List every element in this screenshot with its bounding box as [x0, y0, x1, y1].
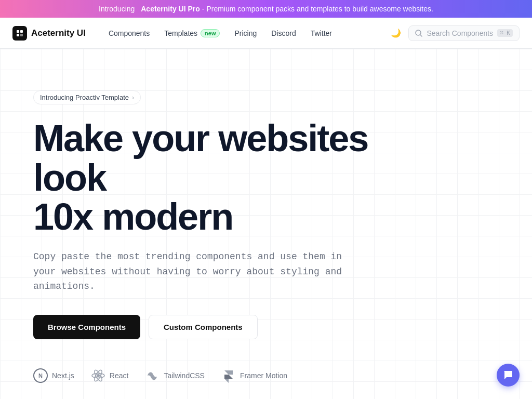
pill-text: Introducing Proactiv Template	[40, 94, 129, 101]
nextjs-label: Next.js	[52, 371, 74, 380]
svg-rect-2	[17, 34, 19, 36]
tailwind-label: TailwindCSS	[164, 371, 205, 380]
introducing-pill[interactable]: Introducing Proactiv Template ›	[33, 90, 141, 104]
framer-label: Framer Motion	[240, 371, 287, 380]
search-kbd: ⌘ K	[497, 29, 513, 37]
hero-title: Make your websites look 10x modern	[33, 119, 414, 237]
tech-nextjs: N Next.js	[33, 368, 74, 383]
templates-badge: new	[201, 29, 220, 37]
search-label: Search Components	[427, 29, 493, 37]
cta-buttons: Browse Components Custom Components	[33, 315, 414, 339]
dark-mode-button[interactable]: 🌙	[388, 25, 404, 42]
react-icon	[91, 368, 105, 383]
nav-item-pricing[interactable]: Pricing	[228, 26, 263, 41]
navbar: Aceternity UI Components Templates new P…	[0, 18, 532, 49]
hero-title-line1: Make your websites look	[33, 117, 368, 198]
nav-item-twitter[interactable]: Twitter	[304, 26, 338, 41]
nav-item-discord[interactable]: Discord	[265, 26, 302, 41]
tech-tailwind: TailwindCSS	[145, 368, 205, 383]
hero-subtitle: Copy paste the most trending components …	[33, 249, 355, 294]
banner-intro: Introducing	[99, 5, 135, 13]
search-icon	[415, 30, 422, 37]
tailwind-icon	[145, 368, 159, 383]
hero-title-line2: 10x modern	[33, 196, 233, 237]
chat-icon	[503, 370, 513, 380]
logo[interactable]: Aceternity UI	[12, 26, 86, 41]
hero-section: Introducing Proactiv Template › Make you…	[0, 49, 532, 399]
tech-stack: N Next.js React	[33, 368, 414, 383]
hero-content: Introducing Proactiv Template › Make you…	[0, 49, 447, 399]
chat-bubble[interactable]	[497, 364, 520, 387]
logo-text: Aceternity UI	[31, 28, 86, 38]
svg-rect-1	[20, 30, 23, 33]
banner-brand: Aceternity UI Pro	[141, 5, 200, 13]
framer-icon	[221, 368, 236, 383]
nav-item-templates[interactable]: Templates new	[158, 26, 226, 41]
svg-rect-0	[17, 30, 19, 33]
chevron-right-icon: ›	[132, 94, 134, 101]
react-label: React	[110, 371, 129, 380]
browse-components-button[interactable]: Browse Components	[33, 315, 140, 339]
banner-tagline: - Premium component packs and templates …	[202, 5, 433, 13]
nav-links: Components Templates new Pricing Discord…	[102, 26, 388, 41]
top-banner: Introducing Aceternity UI Pro - Premium …	[0, 0, 532, 18]
nav-right: 🌙 Search Components ⌘ K	[388, 25, 520, 42]
custom-components-button[interactable]: Custom Components	[149, 315, 258, 339]
search-bar[interactable]: Search Components ⌘ K	[408, 25, 520, 41]
tech-react: React	[91, 368, 129, 383]
svg-point-5	[97, 374, 100, 377]
svg-rect-3	[20, 34, 23, 36]
tech-framer: Framer Motion	[221, 368, 287, 383]
logo-icon	[12, 26, 27, 41]
nav-item-components[interactable]: Components	[102, 26, 156, 41]
nextjs-icon: N	[33, 368, 48, 383]
